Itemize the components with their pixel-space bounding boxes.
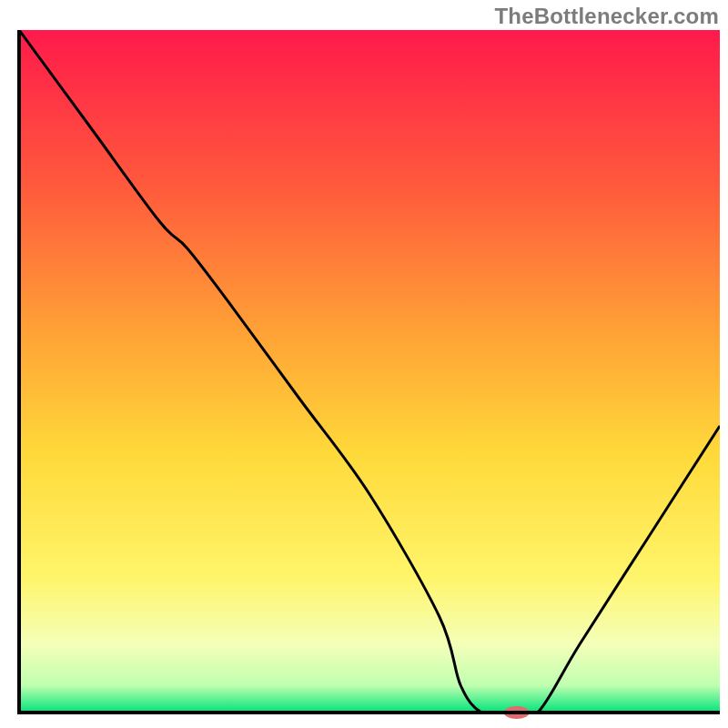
chart-stage: TheBottlenecker.com	[0, 0, 728, 728]
bottleneck-chart	[0, 0, 728, 728]
gradient-background	[19, 30, 720, 713]
watermark-text: TheBottlenecker.com	[494, 4, 719, 29]
